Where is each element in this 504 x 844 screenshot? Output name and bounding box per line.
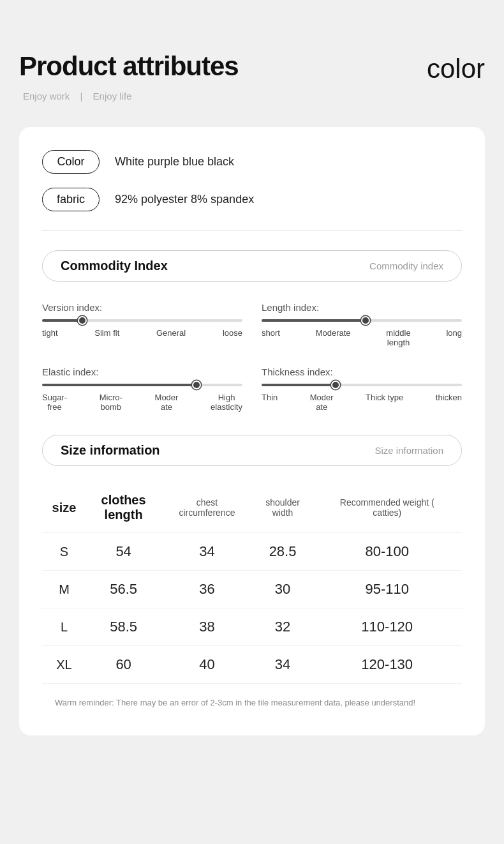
version-label-0: tight [42, 328, 58, 338]
cell-size-3: XL [42, 646, 86, 684]
warm-reminder: Warm reminder: There may be an error of … [42, 697, 462, 710]
elastic-slider-thumb [192, 381, 201, 389]
version-slider-thumb [78, 316, 87, 325]
version-slider-labels: tight Slim fit General loose [42, 328, 242, 338]
subtitle-right: Enjoy life [93, 91, 132, 102]
thickness-label-1: Moderate [310, 393, 334, 412]
version-slider-track [42, 319, 242, 322]
elastic-slider-fill [42, 384, 196, 386]
cell-length-1: 56.5 [86, 571, 161, 608]
size-info-label: Size information [374, 445, 443, 456]
length-label-1: Moderate [316, 328, 351, 347]
cell-chest-2: 38 [161, 608, 253, 646]
cell-weight-1: 95-110 [312, 571, 462, 608]
cell-chest-1: 36 [161, 571, 253, 608]
length-slider-track [262, 319, 462, 322]
version-index-block: Version index: tight Slim fit General lo… [42, 302, 242, 347]
page-title: Product attributes [19, 51, 239, 82]
thickness-slider-fill [262, 384, 336, 386]
col-header-chest: chestcircumference [161, 486, 253, 533]
cell-shoulder-3: 34 [253, 646, 313, 684]
color-value: White purple blue black [115, 155, 234, 169]
length-label-2: middlelength [386, 328, 410, 347]
color-row: Color White purple blue black [42, 150, 462, 174]
color-label: color [427, 54, 485, 84]
elastic-label-1: Micro-bomb [100, 393, 122, 412]
version-slider-fill [42, 319, 82, 322]
cell-chest-3: 40 [161, 646, 253, 684]
fabric-row: fabric 92% polyester 8% spandex [42, 188, 462, 211]
elastic-slider-labels: Sugar-free Micro-bomb Moderate Highelast… [42, 393, 242, 412]
divider-1 [42, 230, 462, 231]
elastic-label-3: Highelasticity [211, 393, 242, 412]
cell-shoulder-0: 28.5 [253, 533, 313, 571]
cell-length-3: 60 [86, 646, 161, 684]
commodity-index-title: Commodity Index [61, 259, 168, 273]
table-row: L 58.5 38 32 110-120 [42, 608, 462, 646]
length-label-0: short [262, 328, 280, 347]
col-header-length: clotheslength [86, 486, 161, 533]
cell-size-1: M [42, 571, 86, 608]
commodity-index-label: Commodity index [369, 260, 443, 271]
length-slider-thumb [361, 316, 370, 325]
version-index-title: Version index: [42, 302, 242, 313]
page-header: Product attributes color [19, 51, 485, 84]
cell-shoulder-2: 32 [253, 608, 313, 646]
cell-size-0: S [42, 533, 86, 571]
thickness-slider-track [262, 384, 462, 386]
version-label-3: loose [223, 328, 242, 338]
fabric-value: 92% polyester 8% spandex [115, 193, 254, 206]
table-row: XL 60 40 34 120-130 [42, 646, 462, 684]
commodity-index-header: Commodity Index Commodity index [42, 250, 462, 282]
length-index-block: Length index: short Moderate middlelengt… [262, 302, 462, 347]
thickness-label-3: thicken [436, 393, 462, 412]
cell-length-0: 54 [86, 533, 161, 571]
elastic-label-2: Moderate [155, 393, 179, 412]
length-index-title: Length index: [262, 302, 462, 313]
thickness-label-2: Thick type [366, 393, 403, 412]
elastic-index-title: Elastic index: [42, 366, 242, 377]
table-row: M 56.5 36 30 95-110 [42, 571, 462, 608]
cell-length-2: 58.5 [86, 608, 161, 646]
version-label-2: General [156, 328, 186, 338]
page-subtitle: Enjoy work | Enjoy life [19, 91, 485, 102]
main-card: Color White purple blue black fabric 92%… [19, 127, 485, 735]
thickness-slider-thumb [331, 381, 340, 389]
cell-weight-0: 80-100 [312, 533, 462, 571]
size-info-header: Size information Size information [42, 435, 462, 466]
cell-chest-0: 34 [161, 533, 253, 571]
color-badge: Color [42, 150, 100, 174]
subtitle-sep: | [80, 91, 83, 102]
cell-weight-3: 120-130 [312, 646, 462, 684]
cell-size-2: L [42, 608, 86, 646]
col-header-size: size [42, 486, 86, 533]
elastic-slider-track [42, 384, 242, 386]
elastic-label-0: Sugar-free [42, 393, 67, 412]
cell-weight-2: 110-120 [312, 608, 462, 646]
size-info-title: Size information [61, 443, 160, 458]
fabric-badge: fabric [42, 188, 100, 211]
thickness-label-0: Thin [262, 393, 278, 412]
cell-shoulder-1: 30 [253, 571, 313, 608]
length-label-3: long [446, 328, 462, 347]
col-header-shoulder: shoulderwidth [253, 486, 313, 533]
thickness-index-title: Thickness index: [262, 366, 462, 377]
length-slider-fill [262, 319, 366, 322]
table-row: S 54 34 28.5 80-100 [42, 533, 462, 571]
table-header-row: size clotheslength chestcircumference sh… [42, 486, 462, 533]
thickness-index-block: Thickness index: Thin Moderate Thick typ… [262, 366, 462, 412]
col-header-weight: Recommended weight (catties) [312, 486, 462, 533]
index-grid: Version index: tight Slim fit General lo… [42, 302, 462, 412]
subtitle-left: Enjoy work [23, 91, 70, 102]
length-slider-labels: short Moderate middlelength long [262, 328, 462, 347]
elastic-index-block: Elastic index: Sugar-free Micro-bomb Mod… [42, 366, 242, 412]
thickness-slider-labels: Thin Moderate Thick type thicken [262, 393, 462, 412]
version-label-1: Slim fit [94, 328, 119, 338]
size-table: size clotheslength chestcircumference sh… [42, 486, 462, 684]
